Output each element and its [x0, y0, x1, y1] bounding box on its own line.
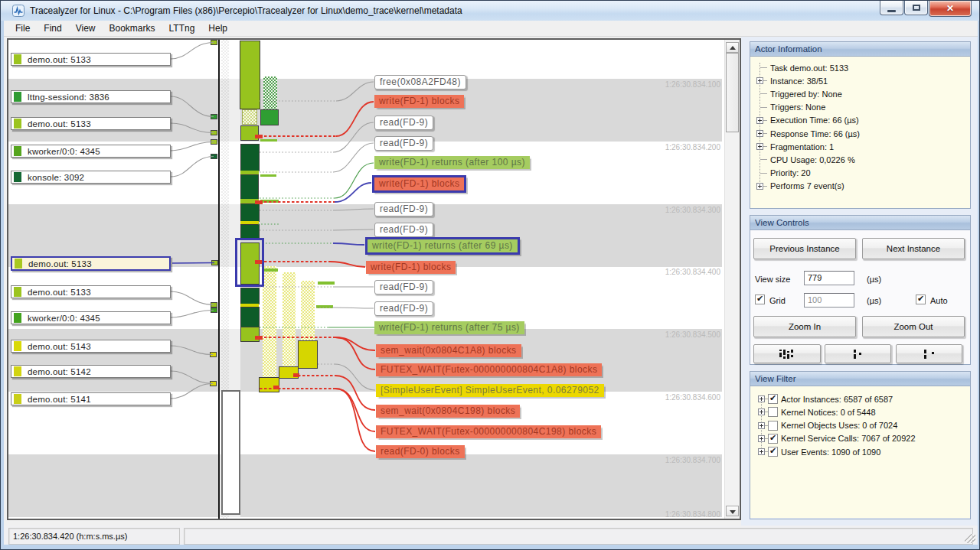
event-label[interactable]: write(FD-1) blocks: [366, 261, 456, 274]
filter-checkbox[interactable]: [768, 421, 778, 431]
event-label[interactable]: read(FD-9): [374, 136, 433, 151]
menu-item-find[interactable]: Find: [37, 23, 68, 34]
execution-segment[interactable]: [260, 109, 279, 125]
actor-label[interactable]: demo.out: 5142: [11, 365, 171, 378]
actor-fragment-marker[interactable]: [211, 130, 217, 135]
actor-label[interactable]: demo.out: 5133: [11, 285, 171, 298]
execution-segment[interactable]: [240, 144, 260, 171]
actor-fragment-marker[interactable]: [211, 114, 217, 119]
event-label[interactable]: FUTEX_WAIT(Futex-000000000804C1A8) block…: [376, 363, 602, 376]
event-label[interactable]: write(FD-1) blocks: [374, 95, 464, 108]
event-label[interactable]: write(FD-1) returns (after 100 µs): [374, 156, 530, 169]
actor-label[interactable]: demo.out: 5141: [11, 392, 171, 405]
actor-label[interactable]: konsole: 3092: [11, 171, 171, 184]
event-label[interactable]: read(FD-9): [374, 280, 433, 295]
event-label[interactable]: free(0x08A2FD48): [374, 75, 466, 89]
execution-segment[interactable]: [259, 377, 279, 392]
expand-icon[interactable]: [758, 395, 765, 402]
actor-fragment-marker[interactable]: [211, 302, 217, 308]
minimize-button[interactable]: [880, 1, 903, 15]
view-filter-item[interactable]: Kernel Objects Uses: 0 of 7024: [758, 419, 897, 432]
event-label[interactable]: write(FD-1) returns (after 75 µs): [374, 321, 524, 334]
event-label[interactable]: write(FD-1) blocks: [372, 175, 466, 193]
actor-info-item[interactable]: Priority: 20: [756, 167, 811, 180]
execution-segment[interactable]: [240, 203, 260, 222]
menu-item-lttng[interactable]: LTTng: [162, 23, 202, 34]
actor-info-item[interactable]: Execution Time: 66 (µs): [756, 114, 859, 127]
view-filter-item[interactable]: Kernel Service Calls: 7067 of 20922: [758, 432, 916, 445]
expand-icon[interactable]: [756, 183, 763, 190]
dot-style-button[interactable]: [896, 344, 962, 363]
expand-icon[interactable]: [758, 448, 765, 455]
actor-fragment-marker[interactable]: [210, 352, 217, 357]
menu-item-view[interactable]: View: [69, 23, 103, 34]
expand-icon[interactable]: [758, 435, 765, 442]
actor-fragment-marker[interactable]: [211, 40, 217, 45]
maximize-button[interactable]: [904, 1, 928, 15]
event-label[interactable]: read(FD-9): [374, 116, 433, 130]
view-window-indicator[interactable]: [221, 390, 240, 515]
expand-icon[interactable]: [756, 143, 763, 150]
view-filter-item[interactable]: User Events: 1090 of 1090: [758, 445, 880, 458]
expand-icon[interactable]: [756, 117, 763, 124]
event-label[interactable]: read(FD-9): [374, 202, 433, 216]
actor-label[interactable]: kworker/0:0: 4345: [11, 145, 171, 158]
close-button[interactable]: ✕: [929, 1, 972, 17]
execution-segment[interactable]: [298, 340, 318, 369]
previous-instance-button[interactable]: Previous Instance: [753, 238, 856, 259]
expand-icon[interactable]: [756, 77, 763, 84]
actor-label[interactable]: kworker/0:0: 4345: [11, 311, 171, 324]
filter-checkbox[interactable]: [768, 394, 778, 404]
scroll-up-button[interactable]: [726, 42, 739, 53]
actor-label[interactable]: demo.out: 5143: [11, 340, 171, 353]
event-label[interactable]: FUTEX_WAIT(Futex-000000000804C198) block…: [376, 425, 601, 438]
menu-item-file[interactable]: File: [8, 23, 37, 34]
actor-fragment-marker[interactable]: [211, 308, 217, 313]
actor-info-item[interactable]: Triggered by: None: [756, 87, 842, 100]
actor-fragment-marker[interactable]: [211, 154, 217, 159]
titlebar[interactable]: Tracealyzer for Linux - C:\Program Files…: [1, 1, 979, 21]
event-label[interactable]: read(FD-0) blocks: [376, 445, 465, 458]
actor-info-item[interactable]: Fragmentation: 1: [756, 140, 834, 153]
execution-segment[interactable]: [240, 307, 260, 327]
event-label[interactable]: sem_wait(0x0804C198) blocks: [376, 405, 520, 418]
menu-item-help[interactable]: Help: [201, 23, 234, 34]
actor-info-item[interactable]: Task demo.out: 5133: [756, 61, 848, 74]
execution-segment[interactable]: [240, 224, 260, 239]
actor-label[interactable]: demo.out: 5133: [11, 256, 171, 271]
expand-icon[interactable]: [758, 408, 765, 415]
expand-icon[interactable]: [756, 130, 763, 137]
auto-checkbox[interactable]: [916, 295, 926, 304]
grid-size-input[interactable]: 100: [804, 293, 854, 308]
actor-label[interactable]: lttng-sessiond: 3836: [11, 90, 171, 103]
filter-checkbox[interactable]: [768, 434, 778, 444]
view-filter-item[interactable]: Actor Instances: 6587 of 6587: [758, 392, 893, 405]
menu-item-bookmarks[interactable]: Bookmarks: [102, 23, 162, 34]
event-label[interactable]: write(FD-1) returns (after 69 µs): [365, 237, 520, 255]
execution-segment[interactable]: [240, 41, 260, 109]
resize-grip[interactable]: [965, 534, 975, 543]
actor-info-item[interactable]: Instance: 38/51: [756, 74, 828, 87]
expand-icon[interactable]: [758, 422, 765, 429]
actor-fragment-marker[interactable]: [211, 139, 217, 145]
event-label[interactable]: read(FD-9): [374, 223, 433, 237]
filter-checkbox[interactable]: [768, 407, 778, 417]
execution-segment[interactable]: [240, 174, 259, 200]
view-size-input[interactable]: 779: [804, 271, 854, 285]
execution-segment[interactable]: [240, 125, 259, 141]
event-style-button[interactable]: [825, 344, 891, 363]
scroll-down-button[interactable]: [726, 506, 739, 516]
event-label[interactable]: read(FD-9): [374, 301, 433, 316]
trace-view[interactable]: 1:26:30.834.1001:26:30.834.2001:26:30.83…: [7, 38, 741, 520]
execution-segment[interactable]: [240, 327, 260, 342]
trace-style-button[interactable]: [753, 344, 821, 363]
scrollbar-thumb[interactable]: [726, 53, 739, 132]
actor-fragment-marker[interactable]: [210, 381, 217, 386]
event-label[interactable]: sem_wait(0x0804C1A8) blocks: [376, 344, 521, 357]
execution-segment[interactable]: [240, 288, 260, 304]
zoom-in-button[interactable]: Zoom In: [753, 316, 856, 337]
actor-fragment-marker[interactable]: [211, 260, 218, 265]
actor-info-item[interactable]: Triggers: None: [756, 101, 825, 114]
event-label[interactable]: [SimpleUserEvent] SimpleUserEvent, 0.062…: [376, 384, 604, 397]
vertical-scrollbar[interactable]: [724, 40, 739, 519]
